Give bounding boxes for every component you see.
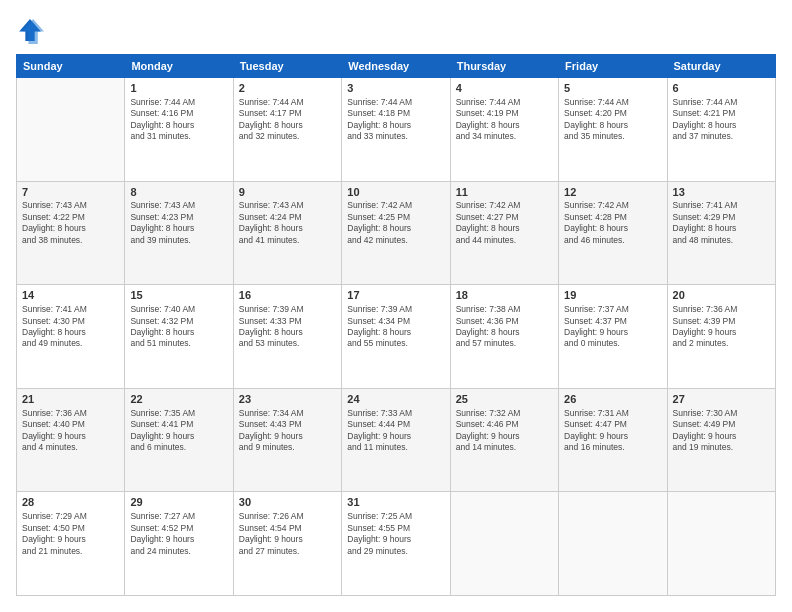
calendar-day-cell: 7Sunrise: 7:43 AM Sunset: 4:22 PM Daylig… — [17, 181, 125, 285]
header — [16, 16, 776, 44]
calendar-day-cell: 12Sunrise: 7:42 AM Sunset: 4:28 PM Dayli… — [559, 181, 667, 285]
calendar-day-cell: 15Sunrise: 7:40 AM Sunset: 4:32 PM Dayli… — [125, 285, 233, 389]
day-number: 23 — [239, 392, 336, 407]
day-number: 25 — [456, 392, 553, 407]
day-number: 27 — [673, 392, 770, 407]
day-number: 18 — [456, 288, 553, 303]
calendar-week-row: 28Sunrise: 7:29 AM Sunset: 4:50 PM Dayli… — [17, 492, 776, 596]
calendar-day-cell — [17, 78, 125, 182]
day-number: 31 — [347, 495, 444, 510]
calendar-day-cell: 21Sunrise: 7:36 AM Sunset: 4:40 PM Dayli… — [17, 388, 125, 492]
day-info: Sunrise: 7:35 AM Sunset: 4:41 PM Dayligh… — [130, 408, 227, 454]
calendar-day-cell — [450, 492, 558, 596]
calendar-day-cell: 8Sunrise: 7:43 AM Sunset: 4:23 PM Daylig… — [125, 181, 233, 285]
day-number: 15 — [130, 288, 227, 303]
calendar-day-cell: 27Sunrise: 7:30 AM Sunset: 4:49 PM Dayli… — [667, 388, 775, 492]
day-info: Sunrise: 7:40 AM Sunset: 4:32 PM Dayligh… — [130, 304, 227, 350]
logo — [16, 16, 48, 44]
day-info: Sunrise: 7:25 AM Sunset: 4:55 PM Dayligh… — [347, 511, 444, 557]
day-info: Sunrise: 7:38 AM Sunset: 4:36 PM Dayligh… — [456, 304, 553, 350]
day-number: 13 — [673, 185, 770, 200]
calendar-day-cell: 14Sunrise: 7:41 AM Sunset: 4:30 PM Dayli… — [17, 285, 125, 389]
day-number: 3 — [347, 81, 444, 96]
calendar-day-cell: 3Sunrise: 7:44 AM Sunset: 4:18 PM Daylig… — [342, 78, 450, 182]
day-info: Sunrise: 7:43 AM Sunset: 4:24 PM Dayligh… — [239, 200, 336, 246]
calendar-day-cell: 5Sunrise: 7:44 AM Sunset: 4:20 PM Daylig… — [559, 78, 667, 182]
calendar-day-cell: 2Sunrise: 7:44 AM Sunset: 4:17 PM Daylig… — [233, 78, 341, 182]
calendar-day-cell — [667, 492, 775, 596]
weekday-header-cell: Saturday — [667, 55, 775, 78]
day-number: 28 — [22, 495, 119, 510]
logo-icon — [16, 16, 44, 44]
day-info: Sunrise: 7:44 AM Sunset: 4:19 PM Dayligh… — [456, 97, 553, 143]
calendar-day-cell: 26Sunrise: 7:31 AM Sunset: 4:47 PM Dayli… — [559, 388, 667, 492]
day-info: Sunrise: 7:37 AM Sunset: 4:37 PM Dayligh… — [564, 304, 661, 350]
day-info: Sunrise: 7:36 AM Sunset: 4:40 PM Dayligh… — [22, 408, 119, 454]
day-info: Sunrise: 7:43 AM Sunset: 4:23 PM Dayligh… — [130, 200, 227, 246]
day-info: Sunrise: 7:33 AM Sunset: 4:44 PM Dayligh… — [347, 408, 444, 454]
calendar-day-cell: 6Sunrise: 7:44 AM Sunset: 4:21 PM Daylig… — [667, 78, 775, 182]
day-info: Sunrise: 7:44 AM Sunset: 4:21 PM Dayligh… — [673, 97, 770, 143]
calendar-day-cell: 25Sunrise: 7:32 AM Sunset: 4:46 PM Dayli… — [450, 388, 558, 492]
calendar-day-cell: 30Sunrise: 7:26 AM Sunset: 4:54 PM Dayli… — [233, 492, 341, 596]
day-number: 26 — [564, 392, 661, 407]
calendar-body: 1Sunrise: 7:44 AM Sunset: 4:16 PM Daylig… — [17, 78, 776, 596]
calendar-table: SundayMondayTuesdayWednesdayThursdayFrid… — [16, 54, 776, 596]
day-number: 17 — [347, 288, 444, 303]
day-info: Sunrise: 7:41 AM Sunset: 4:30 PM Dayligh… — [22, 304, 119, 350]
calendar-day-cell: 17Sunrise: 7:39 AM Sunset: 4:34 PM Dayli… — [342, 285, 450, 389]
calendar-day-cell: 20Sunrise: 7:36 AM Sunset: 4:39 PM Dayli… — [667, 285, 775, 389]
calendar-day-cell: 19Sunrise: 7:37 AM Sunset: 4:37 PM Dayli… — [559, 285, 667, 389]
day-number: 24 — [347, 392, 444, 407]
day-number: 11 — [456, 185, 553, 200]
day-number: 12 — [564, 185, 661, 200]
day-number: 16 — [239, 288, 336, 303]
calendar-week-row: 1Sunrise: 7:44 AM Sunset: 4:16 PM Daylig… — [17, 78, 776, 182]
calendar-week-row: 7Sunrise: 7:43 AM Sunset: 4:22 PM Daylig… — [17, 181, 776, 285]
day-number: 4 — [456, 81, 553, 96]
day-info: Sunrise: 7:42 AM Sunset: 4:25 PM Dayligh… — [347, 200, 444, 246]
weekday-header-cell: Friday — [559, 55, 667, 78]
calendar-day-cell: 22Sunrise: 7:35 AM Sunset: 4:41 PM Dayli… — [125, 388, 233, 492]
calendar-day-cell: 18Sunrise: 7:38 AM Sunset: 4:36 PM Dayli… — [450, 285, 558, 389]
day-info: Sunrise: 7:36 AM Sunset: 4:39 PM Dayligh… — [673, 304, 770, 350]
day-number: 30 — [239, 495, 336, 510]
day-info: Sunrise: 7:39 AM Sunset: 4:34 PM Dayligh… — [347, 304, 444, 350]
day-number: 6 — [673, 81, 770, 96]
day-info: Sunrise: 7:42 AM Sunset: 4:27 PM Dayligh… — [456, 200, 553, 246]
weekday-header-cell: Monday — [125, 55, 233, 78]
calendar-day-cell: 16Sunrise: 7:39 AM Sunset: 4:33 PM Dayli… — [233, 285, 341, 389]
day-info: Sunrise: 7:31 AM Sunset: 4:47 PM Dayligh… — [564, 408, 661, 454]
weekday-header-cell: Wednesday — [342, 55, 450, 78]
day-number: 14 — [22, 288, 119, 303]
day-info: Sunrise: 7:30 AM Sunset: 4:49 PM Dayligh… — [673, 408, 770, 454]
calendar-day-cell: 10Sunrise: 7:42 AM Sunset: 4:25 PM Dayli… — [342, 181, 450, 285]
calendar-day-cell: 31Sunrise: 7:25 AM Sunset: 4:55 PM Dayli… — [342, 492, 450, 596]
day-number: 8 — [130, 185, 227, 200]
day-number: 9 — [239, 185, 336, 200]
day-info: Sunrise: 7:42 AM Sunset: 4:28 PM Dayligh… — [564, 200, 661, 246]
weekday-header-cell: Sunday — [17, 55, 125, 78]
weekday-header-row: SundayMondayTuesdayWednesdayThursdayFrid… — [17, 55, 776, 78]
day-number: 10 — [347, 185, 444, 200]
day-info: Sunrise: 7:39 AM Sunset: 4:33 PM Dayligh… — [239, 304, 336, 350]
day-info: Sunrise: 7:27 AM Sunset: 4:52 PM Dayligh… — [130, 511, 227, 557]
calendar-day-cell: 1Sunrise: 7:44 AM Sunset: 4:16 PM Daylig… — [125, 78, 233, 182]
day-info: Sunrise: 7:32 AM Sunset: 4:46 PM Dayligh… — [456, 408, 553, 454]
calendar-day-cell: 13Sunrise: 7:41 AM Sunset: 4:29 PM Dayli… — [667, 181, 775, 285]
day-info: Sunrise: 7:44 AM Sunset: 4:20 PM Dayligh… — [564, 97, 661, 143]
calendar-day-cell — [559, 492, 667, 596]
day-number: 22 — [130, 392, 227, 407]
day-number: 29 — [130, 495, 227, 510]
day-info: Sunrise: 7:44 AM Sunset: 4:18 PM Dayligh… — [347, 97, 444, 143]
day-info: Sunrise: 7:41 AM Sunset: 4:29 PM Dayligh… — [673, 200, 770, 246]
calendar-week-row: 14Sunrise: 7:41 AM Sunset: 4:30 PM Dayli… — [17, 285, 776, 389]
calendar-day-cell: 11Sunrise: 7:42 AM Sunset: 4:27 PM Dayli… — [450, 181, 558, 285]
day-number: 20 — [673, 288, 770, 303]
day-info: Sunrise: 7:26 AM Sunset: 4:54 PM Dayligh… — [239, 511, 336, 557]
day-info: Sunrise: 7:44 AM Sunset: 4:17 PM Dayligh… — [239, 97, 336, 143]
day-number: 7 — [22, 185, 119, 200]
day-info: Sunrise: 7:34 AM Sunset: 4:43 PM Dayligh… — [239, 408, 336, 454]
day-number: 5 — [564, 81, 661, 96]
day-number: 19 — [564, 288, 661, 303]
